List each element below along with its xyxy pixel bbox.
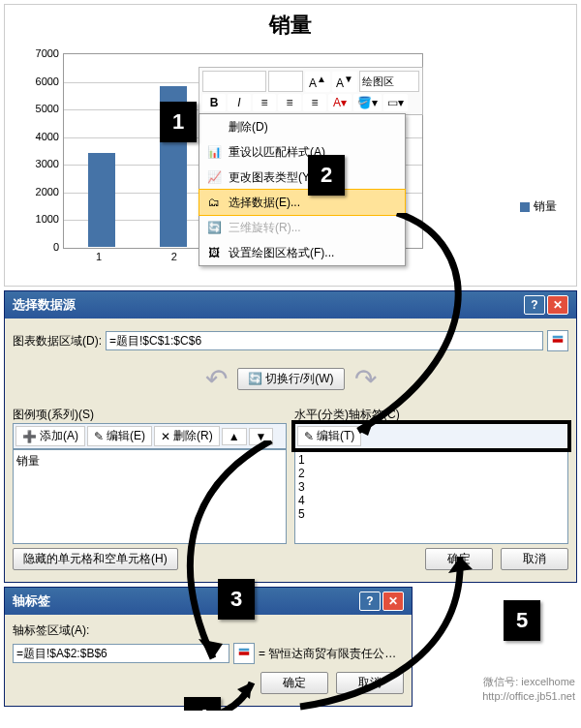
chart-data-range-input[interactable] bbox=[106, 331, 543, 350]
align-center-icon[interactable]: ≡ bbox=[278, 94, 301, 111]
step-callout-5: 5 bbox=[504, 600, 540, 641]
blank-icon bbox=[205, 118, 223, 136]
svg-rect-1 bbox=[553, 336, 564, 339]
svg-rect-0 bbox=[553, 339, 564, 343]
swap-arrow-left-icon: ↶ bbox=[205, 363, 228, 395]
list-item[interactable]: 1 bbox=[298, 453, 565, 467]
chart-legend[interactable]: 销量 bbox=[520, 198, 557, 215]
svg-rect-3 bbox=[239, 649, 250, 652]
chart-plot-area[interactable]: 销量 7000 6000 5000 4000 3000 2000 1000 0 bbox=[4, 4, 577, 287]
edit-series-button[interactable]: ✎编辑(E) bbox=[87, 426, 152, 446]
list-item[interactable]: 5 bbox=[298, 507, 565, 521]
format-plot-icon: 🖼 bbox=[205, 244, 223, 261]
cancel-button[interactable]: 取消 bbox=[501, 548, 568, 570]
chart-context-menu[interactable]: 删除(D) 📊 重设以匹配样式(A) 📈 更改图表类型(Y)... 🗂 选择数据… bbox=[199, 113, 406, 266]
list-item[interactable]: 3 bbox=[298, 480, 565, 494]
select-data-source-dialog[interactable]: 选择数据源 ? ✕ 图表数据区域(D): ↶ 🔄 切换行/列(W) ↷ 图例项(… bbox=[4, 290, 577, 583]
ok-button[interactable]: 确定 bbox=[425, 548, 493, 570]
ctx-change-chart-type[interactable]: 📈 更改图表类型(Y)... bbox=[199, 165, 405, 190]
help-button[interactable]: ? bbox=[359, 592, 381, 611]
svg-rect-2 bbox=[239, 652, 250, 655]
align-right-icon[interactable]: ≡ bbox=[303, 94, 326, 111]
list-item[interactable]: 2 bbox=[298, 467, 565, 480]
chart-title: 销量 bbox=[5, 5, 576, 46]
chart-element-select[interactable] bbox=[359, 71, 419, 92]
dialog-title-text: 轴标签 bbox=[13, 592, 50, 610]
step-callout-2: 2 bbox=[308, 155, 345, 196]
series-listbox[interactable]: 销量 bbox=[13, 449, 287, 544]
axis-label-preview: = 智恒达商贸有限责任公司... bbox=[259, 646, 404, 662]
ctx-format-plot-area[interactable]: 🖼 设置绘图区格式(F)... bbox=[199, 240, 405, 265]
swap-arrow-right-icon: ↷ bbox=[354, 363, 377, 395]
cancel-button[interactable]: 取消 bbox=[336, 672, 404, 694]
close-button[interactable]: ✕ bbox=[382, 592, 404, 611]
reset-style-icon: 📊 bbox=[205, 143, 223, 161]
select-data-icon: 🗂 bbox=[205, 194, 223, 211]
step-callout-4: 4 bbox=[184, 697, 221, 711]
move-down-button[interactable]: ▼ bbox=[249, 428, 274, 445]
ctx-3d-rotation: 🔄 三维旋转(R)... bbox=[199, 215, 405, 240]
dialog-title-text: 选择数据源 bbox=[13, 296, 76, 314]
dialog-titlebar[interactable]: 选择数据源 ? ✕ bbox=[5, 291, 576, 318]
chart-type-icon: 📈 bbox=[205, 168, 223, 186]
series-toolbar: ➕添加(A) ✎编辑(E) ✕删除(R) ▲ ▼ bbox=[13, 423, 287, 449]
ctx-select-data[interactable]: 🗂 选择数据(E)... bbox=[199, 189, 406, 216]
add-series-button[interactable]: ➕添加(A) bbox=[15, 426, 85, 446]
bold-icon[interactable]: B bbox=[202, 94, 226, 111]
font-family-select[interactable] bbox=[202, 71, 266, 92]
axis-labels-dialog[interactable]: 轴标签 ? ✕ 轴标签区域(A): = 智恒达商贸有限责任公司... 确定 取消 bbox=[4, 587, 413, 707]
category-listbox[interactable]: 1 2 3 4 5 bbox=[294, 449, 568, 544]
font-size-select[interactable] bbox=[268, 71, 303, 92]
mini-format-toolbar[interactable]: A▲ A▼ B I ≡ ≡ ≡ A▾ 🪣▾ ▭▾ bbox=[199, 67, 423, 115]
ctx-delete[interactable]: 删除(D) bbox=[199, 114, 405, 139]
legend-swatch bbox=[520, 202, 530, 212]
border-icon[interactable]: ▭▾ bbox=[383, 94, 408, 111]
watermark: 微信号: iexcelhome http://office.jb51.net bbox=[482, 675, 575, 703]
font-color-icon[interactable]: A▾ bbox=[328, 94, 352, 111]
align-left-icon[interactable]: ≡ bbox=[253, 94, 276, 111]
legend-entries-label: 图例项(系列)(S) bbox=[13, 407, 287, 423]
category-axis-labels-label: 水平(分类)轴标签(C) bbox=[294, 407, 568, 423]
italic-icon[interactable]: I bbox=[228, 94, 251, 111]
step-callout-3: 3 bbox=[218, 579, 255, 620]
help-button[interactable]: ? bbox=[524, 295, 545, 315]
list-item[interactable]: 销量 bbox=[16, 453, 283, 470]
switch-row-col-button[interactable]: 🔄 切换行/列(W) bbox=[237, 368, 345, 390]
ctx-reset-style[interactable]: 📊 重设以匹配样式(A) bbox=[199, 139, 405, 165]
close-button[interactable]: ✕ bbox=[547, 295, 568, 315]
chart-data-range-label: 图表数据区域(D): bbox=[13, 333, 102, 349]
ok-button[interactable]: 确定 bbox=[260, 672, 328, 694]
collapse-dialog-icon[interactable] bbox=[547, 330, 568, 351]
fill-color-icon[interactable]: 🪣▾ bbox=[353, 94, 382, 111]
hidden-cells-button[interactable]: 隐藏的单元格和空单元格(H) bbox=[13, 548, 178, 570]
dialog-titlebar[interactable]: 轴标签 ? ✕ bbox=[5, 588, 412, 615]
move-up-button[interactable]: ▲ bbox=[222, 428, 247, 445]
axis-label-range-input[interactable] bbox=[13, 644, 229, 663]
rotate-3d-icon: 🔄 bbox=[205, 219, 223, 236]
collapse-dialog-icon[interactable] bbox=[233, 643, 255, 664]
increase-font-icon[interactable]: A▲ bbox=[305, 72, 330, 92]
category-toolbar: ✎编辑(T) bbox=[294, 423, 568, 449]
step-callout-1: 1 bbox=[160, 102, 197, 142]
list-item[interactable]: 4 bbox=[298, 494, 565, 507]
remove-series-button[interactable]: ✕删除(R) bbox=[154, 426, 220, 446]
edit-category-button[interactable]: ✎编辑(T) bbox=[297, 426, 361, 446]
axis-label-range-label: 轴标签区域(A): bbox=[13, 622, 404, 639]
decrease-font-icon[interactable]: A▼ bbox=[332, 72, 357, 92]
chart-y-axis: 7000 6000 5000 4000 3000 2000 1000 0 bbox=[24, 53, 63, 247]
